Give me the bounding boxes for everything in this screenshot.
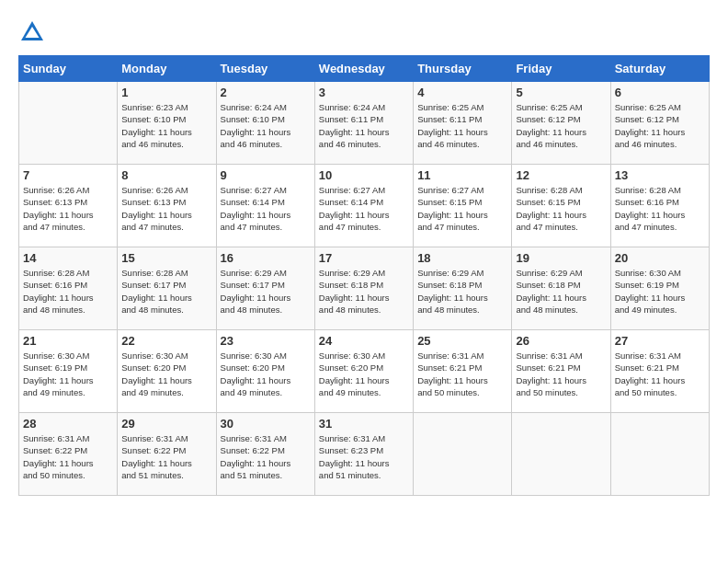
- day-info: Sunrise: 6:25 AM Sunset: 6:11 PM Dayligh…: [417, 101, 507, 150]
- day-info: Sunrise: 6:30 AM Sunset: 6:20 PM Dayligh…: [221, 350, 311, 398]
- day-number: 8: [121, 168, 211, 182]
- day-info: Sunrise: 6:28 AM Sunset: 6:16 PM Dayligh…: [615, 184, 705, 233]
- day-info: Sunrise: 6:27 AM Sunset: 6:14 PM Dayligh…: [221, 184, 311, 233]
- day-number: 31: [319, 417, 409, 431]
- day-number: 5: [516, 86, 606, 99]
- day-info: Sunrise: 6:27 AM Sunset: 6:15 PM Dayligh…: [417, 184, 507, 233]
- day-number: 6: [615, 86, 705, 99]
- day-cell: 12Sunrise: 6:28 AM Sunset: 6:15 PM Dayli…: [512, 165, 610, 247]
- day-info: Sunrise: 6:31 AM Sunset: 6:21 PM Dayligh…: [615, 350, 705, 398]
- day-info: Sunrise: 6:30 AM Sunset: 6:19 PM Dayligh…: [615, 267, 705, 316]
- day-info: Sunrise: 6:25 AM Sunset: 6:12 PM Dayligh…: [615, 101, 705, 150]
- day-number: 26: [516, 334, 606, 348]
- day-cell: 22Sunrise: 6:30 AM Sunset: 6:20 PM Dayli…: [118, 330, 216, 413]
- day-cell: 2Sunrise: 6:24 AM Sunset: 6:10 PM Daylig…: [216, 82, 314, 165]
- day-cell: 19Sunrise: 6:29 AM Sunset: 6:18 PM Dayli…: [512, 247, 610, 330]
- logo: [18, 18, 48, 46]
- day-number: 22: [121, 334, 211, 348]
- day-cell: 13Sunrise: 6:28 AM Sunset: 6:16 PM Dayli…: [610, 165, 709, 247]
- day-cell: [610, 413, 709, 496]
- day-info: Sunrise: 6:31 AM Sunset: 6:22 PM Dayligh…: [121, 432, 211, 481]
- day-cell: 8Sunrise: 6:26 AM Sunset: 6:13 PM Daylig…: [118, 165, 216, 247]
- day-number: 4: [417, 86, 507, 99]
- week-row-5: 28Sunrise: 6:31 AM Sunset: 6:22 PM Dayli…: [19, 413, 710, 496]
- week-row-3: 14Sunrise: 6:28 AM Sunset: 6:16 PM Dayli…: [19, 247, 710, 330]
- day-cell: 27Sunrise: 6:31 AM Sunset: 6:21 PM Dayli…: [610, 330, 709, 413]
- day-number: 7: [23, 168, 113, 182]
- day-cell: 10Sunrise: 6:27 AM Sunset: 6:14 PM Dayli…: [314, 165, 413, 247]
- day-info: Sunrise: 6:30 AM Sunset: 6:19 PM Dayligh…: [23, 350, 113, 398]
- day-info: Sunrise: 6:29 AM Sunset: 6:18 PM Dayligh…: [417, 267, 507, 316]
- day-number: 21: [23, 334, 113, 348]
- day-number: 18: [417, 251, 507, 265]
- day-cell: 6Sunrise: 6:25 AM Sunset: 6:12 PM Daylig…: [610, 82, 709, 165]
- day-cell: 16Sunrise: 6:29 AM Sunset: 6:17 PM Dayli…: [216, 247, 314, 330]
- week-row-2: 7Sunrise: 6:26 AM Sunset: 6:13 PM Daylig…: [19, 165, 710, 247]
- day-number: 11: [417, 168, 507, 182]
- day-cell: 18Sunrise: 6:29 AM Sunset: 6:18 PM Dayli…: [414, 247, 512, 330]
- day-cell: [414, 413, 512, 496]
- day-info: Sunrise: 6:26 AM Sunset: 6:13 PM Dayligh…: [23, 184, 113, 233]
- day-info: Sunrise: 6:27 AM Sunset: 6:14 PM Dayligh…: [319, 184, 409, 233]
- day-cell: 20Sunrise: 6:30 AM Sunset: 6:19 PM Dayli…: [610, 247, 709, 330]
- weekday-header-saturday: Saturday: [610, 56, 709, 82]
- day-info: Sunrise: 6:31 AM Sunset: 6:22 PM Dayligh…: [221, 432, 311, 481]
- day-number: 14: [23, 251, 113, 265]
- day-number: 12: [516, 168, 606, 182]
- day-info: Sunrise: 6:28 AM Sunset: 6:17 PM Dayligh…: [121, 267, 211, 316]
- day-cell: 7Sunrise: 6:26 AM Sunset: 6:13 PM Daylig…: [19, 165, 118, 247]
- day-number: 10: [319, 168, 409, 182]
- day-cell: 5Sunrise: 6:25 AM Sunset: 6:12 PM Daylig…: [512, 82, 610, 165]
- day-cell: 15Sunrise: 6:28 AM Sunset: 6:17 PM Dayli…: [118, 247, 216, 330]
- day-number: 23: [221, 334, 311, 348]
- day-number: 3: [319, 86, 409, 99]
- day-number: 30: [221, 417, 311, 431]
- weekday-header-tuesday: Tuesday: [216, 56, 314, 82]
- day-cell: 30Sunrise: 6:31 AM Sunset: 6:22 PM Dayli…: [216, 413, 314, 496]
- day-cell: 14Sunrise: 6:28 AM Sunset: 6:16 PM Dayli…: [19, 247, 118, 330]
- day-cell: 24Sunrise: 6:30 AM Sunset: 6:20 PM Dayli…: [314, 330, 413, 413]
- weekday-header-monday: Monday: [118, 56, 216, 82]
- day-cell: 17Sunrise: 6:29 AM Sunset: 6:18 PM Dayli…: [314, 247, 413, 330]
- day-info: Sunrise: 6:31 AM Sunset: 6:21 PM Dayligh…: [516, 350, 606, 398]
- day-cell: 23Sunrise: 6:30 AM Sunset: 6:20 PM Dayli…: [216, 330, 314, 413]
- day-cell: [512, 413, 610, 496]
- day-number: 1: [121, 86, 211, 99]
- day-info: Sunrise: 6:28 AM Sunset: 6:15 PM Dayligh…: [516, 184, 606, 233]
- day-info: Sunrise: 6:26 AM Sunset: 6:13 PM Dayligh…: [121, 184, 211, 233]
- day-number: 24: [319, 334, 409, 348]
- day-number: 15: [121, 251, 211, 265]
- day-cell: 3Sunrise: 6:24 AM Sunset: 6:11 PM Daylig…: [314, 82, 413, 165]
- day-number: 27: [615, 334, 705, 348]
- weekday-header-row: SundayMondayTuesdayWednesdayThursdayFrid…: [19, 56, 710, 82]
- day-info: Sunrise: 6:31 AM Sunset: 6:21 PM Dayligh…: [417, 350, 507, 398]
- day-info: Sunrise: 6:31 AM Sunset: 6:22 PM Dayligh…: [23, 432, 113, 481]
- day-number: 2: [221, 86, 311, 99]
- day-cell: 1Sunrise: 6:23 AM Sunset: 6:10 PM Daylig…: [118, 82, 216, 165]
- day-number: 17: [319, 251, 409, 265]
- day-number: 16: [221, 251, 311, 265]
- day-number: 20: [615, 251, 705, 265]
- day-cell: 29Sunrise: 6:31 AM Sunset: 6:22 PM Dayli…: [118, 413, 216, 496]
- day-info: Sunrise: 6:29 AM Sunset: 6:18 PM Dayligh…: [516, 267, 606, 316]
- weekday-header-thursday: Thursday: [414, 56, 512, 82]
- day-info: Sunrise: 6:29 AM Sunset: 6:17 PM Dayligh…: [221, 267, 311, 316]
- day-cell: 4Sunrise: 6:25 AM Sunset: 6:11 PM Daylig…: [414, 82, 512, 165]
- day-info: Sunrise: 6:30 AM Sunset: 6:20 PM Dayligh…: [121, 350, 211, 398]
- logo-icon: [18, 18, 46, 46]
- day-cell: 21Sunrise: 6:30 AM Sunset: 6:19 PM Dayli…: [19, 330, 118, 413]
- day-number: 28: [23, 417, 113, 431]
- calendar-table: SundayMondayTuesdayWednesdayThursdayFrid…: [18, 55, 710, 496]
- day-info: Sunrise: 6:30 AM Sunset: 6:20 PM Dayligh…: [319, 350, 409, 398]
- day-cell: 26Sunrise: 6:31 AM Sunset: 6:21 PM Dayli…: [512, 330, 610, 413]
- day-info: Sunrise: 6:25 AM Sunset: 6:12 PM Dayligh…: [516, 101, 606, 150]
- day-cell: 28Sunrise: 6:31 AM Sunset: 6:22 PM Dayli…: [19, 413, 118, 496]
- day-info: Sunrise: 6:24 AM Sunset: 6:11 PM Dayligh…: [319, 101, 409, 150]
- day-info: Sunrise: 6:23 AM Sunset: 6:10 PM Dayligh…: [121, 101, 211, 150]
- day-cell: [19, 82, 118, 165]
- week-row-1: 1Sunrise: 6:23 AM Sunset: 6:10 PM Daylig…: [19, 82, 710, 165]
- page-header: [18, 18, 710, 46]
- day-cell: 9Sunrise: 6:27 AM Sunset: 6:14 PM Daylig…: [216, 165, 314, 247]
- day-info: Sunrise: 6:24 AM Sunset: 6:10 PM Dayligh…: [221, 101, 311, 150]
- weekday-header-sunday: Sunday: [19, 56, 118, 82]
